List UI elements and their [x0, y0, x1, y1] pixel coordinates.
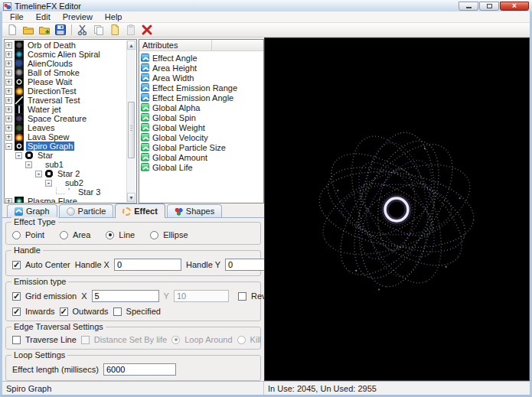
radio-area[interactable]	[60, 231, 68, 239]
scroll-down-icon[interactable]: ▼	[127, 193, 135, 202]
tree-item-water-jet[interactable]: Water jet	[5, 105, 126, 114]
attribute-global-weight[interactable]: Global Weight	[141, 122, 263, 132]
graph-attribute-icon	[141, 93, 149, 102]
attribute-global-amount[interactable]: Global Amount	[141, 152, 263, 162]
tree-item-sub2[interactable]: sub2	[5, 178, 126, 187]
distance-set-by-life-checkbox[interactable]	[81, 336, 90, 344]
graph-icon	[15, 207, 23, 216]
outwards-checkbox[interactable]	[60, 308, 68, 316]
expand-icon[interactable]	[5, 134, 12, 141]
attribute-global-particle-size[interactable]: Global Particle Size	[141, 142, 263, 152]
tree-item-lava-spew[interactable]: Lava Spew	[5, 132, 126, 142]
tab-graph[interactable]: Graph	[7, 204, 57, 217]
tree-item-cosmic-alien-spiral[interactable]: Cosmic Alien Spiral	[5, 50, 126, 59]
attribute-effect-emission-angle[interactable]: Effect Emission Angle	[141, 93, 263, 103]
tree-scrollbar[interactable]: ▲ ▼	[126, 41, 135, 202]
graph-attribute-icon	[141, 163, 149, 171]
delete-button[interactable]	[140, 24, 154, 37]
close-button[interactable]: ×	[500, 2, 529, 11]
attributes-header[interactable]: Attributes	[139, 40, 263, 51]
preview-viewport[interactable]	[264, 37, 530, 381]
grid-x-input[interactable]	[92, 290, 159, 302]
expand-icon[interactable]	[5, 42, 12, 49]
cut-button[interactable]	[76, 24, 90, 37]
delete-icon	[141, 24, 153, 36]
attribute-global-velocity[interactable]: Global Velocity	[141, 132, 263, 142]
attributes-header-label[interactable]: Attributes	[139, 40, 212, 50]
auto-center-checkbox[interactable]	[12, 261, 21, 269]
radio-line[interactable]	[106, 231, 114, 239]
menu-edit[interactable]: Edit	[30, 11, 57, 22]
traverse-line-checkbox[interactable]	[12, 336, 21, 344]
attribute-global-life[interactable]: Global Life	[141, 162, 263, 172]
open-folder-button[interactable]	[21, 24, 35, 37]
expand-icon[interactable]	[5, 51, 12, 58]
paste-button[interactable]	[124, 24, 138, 37]
attribute-global-spin[interactable]: Global Spin	[141, 112, 263, 122]
expand-icon[interactable]	[5, 106, 12, 113]
menu-file[interactable]: File	[4, 11, 30, 22]
menu-preview[interactable]: Preview	[57, 11, 99, 22]
maximize-button[interactable]	[479, 2, 499, 11]
grid-emission-checkbox[interactable]	[12, 292, 21, 301]
attribute-area-width[interactable]: Area Width	[141, 73, 263, 83]
inwards-checkbox[interactable]	[12, 308, 21, 316]
tab-particle[interactable]: Particle	[59, 204, 114, 217]
tree-item-plasma-flare[interactable]: Plasma Flare	[5, 197, 126, 203]
grid-y-input[interactable]	[174, 290, 229, 302]
tree-item-traversal-test[interactable]: Traversal Test	[5, 96, 126, 105]
radio-kill[interactable]	[237, 336, 246, 344]
tree-item-space-creature[interactable]: Space Creature	[5, 114, 126, 123]
attribute-effect-emission-range[interactable]: Effect Emission Range	[141, 83, 263, 93]
radio-label: Ellipse	[163, 230, 188, 239]
reverse-spawn-checkbox[interactable]	[238, 292, 246, 301]
tree-item-spiro-graph[interactable]: Spiro Graph	[5, 142, 126, 151]
import-folder-button[interactable]	[38, 24, 51, 37]
tree-item-label: sub2	[64, 178, 85, 187]
collapse-icon[interactable]	[15, 152, 22, 159]
new-file-button[interactable]	[5, 24, 19, 37]
tree-item-sub1[interactable]: sub1	[5, 160, 126, 169]
collapse-icon[interactable]	[5, 143, 12, 150]
minimize-button[interactable]	[459, 2, 478, 11]
tree-item-please-wait[interactable]: Please Wait	[5, 77, 126, 86]
scroll-up-icon[interactable]: ▲	[127, 41, 135, 50]
new-page-button[interactable]	[108, 24, 122, 37]
expand-icon[interactable]	[5, 116, 12, 122]
save-button[interactable]	[54, 24, 67, 37]
expand-icon[interactable]	[5, 97, 12, 104]
attribute-global-alpha[interactable]: Global Alpha	[141, 103, 263, 112]
radio-loop-around[interactable]	[171, 336, 180, 344]
tree-item-directiontest[interactable]: DirectionTest	[5, 86, 126, 96]
radio-ellipse[interactable]	[150, 231, 158, 239]
expand-icon[interactable]	[5, 198, 12, 204]
handle-x-label: Handle X	[75, 260, 109, 269]
effect-length-input[interactable]	[103, 363, 176, 376]
tree-item-orb-of-death[interactable]: Orb of Death	[5, 41, 126, 50]
expand-icon[interactable]	[5, 70, 12, 76]
tree-item-leaves[interactable]: Leaves	[5, 123, 126, 132]
scrollbar-thumb[interactable]	[128, 102, 135, 158]
tab-effect[interactable]: Effect	[115, 203, 165, 218]
attribute-effect-angle[interactable]: Effect Angle	[141, 53, 263, 63]
expand-icon[interactable]	[5, 79, 12, 86]
tree-item-alienclouds[interactable]: AlienClouds	[5, 59, 126, 68]
collapse-icon[interactable]	[25, 161, 32, 168]
attribute-area-height[interactable]: Area Height	[141, 63, 263, 73]
tree-item-star[interactable]: Star	[5, 151, 126, 160]
handle-x-input[interactable]	[114, 259, 181, 271]
copy-button[interactable]	[92, 24, 106, 37]
tree-item-star-3[interactable]: Star 3	[5, 187, 126, 197]
tree-item-star-2[interactable]: Star 2	[5, 169, 126, 178]
expand-icon[interactable]	[5, 125, 12, 132]
expand-icon[interactable]	[5, 88, 12, 95]
collapse-icon[interactable]	[45, 180, 52, 187]
radio-point[interactable]	[12, 231, 21, 239]
tree-item-ball-of-smoke[interactable]: Ball of Smoke	[5, 68, 126, 77]
group-title: Handle	[11, 246, 43, 255]
menu-help[interactable]: Help	[99, 11, 129, 22]
expand-icon[interactable]	[5, 60, 12, 67]
tab-shapes[interactable]: Shapes	[167, 204, 222, 217]
collapse-icon[interactable]	[35, 171, 42, 177]
specified-checkbox[interactable]	[113, 308, 122, 316]
